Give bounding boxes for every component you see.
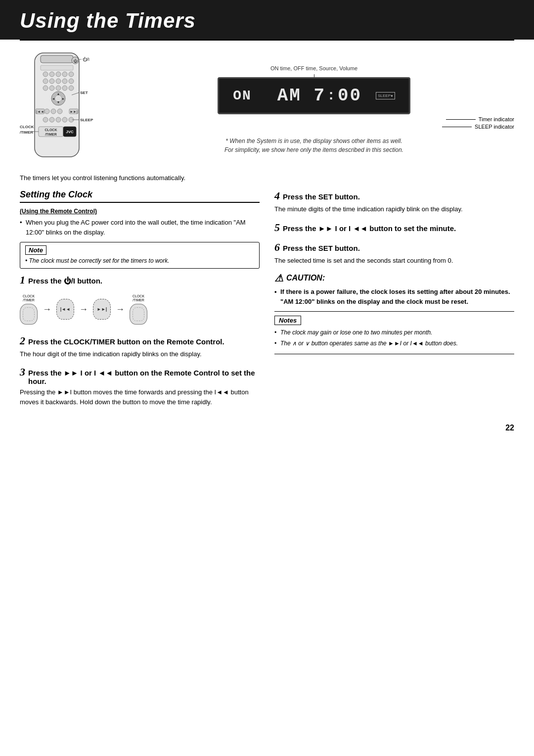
main-content: ⏻ [0,41,534,414]
step-5-heading: 5 Press the ►► I or I ◄◄ button to set t… [274,221,514,234]
intro-text: The timers let you control listening fun… [20,174,514,182]
step-4-text: Press the SET button. [283,192,360,201]
svg-text:⏻/I: ⏻/I [83,57,89,62]
step-6-body: The selected time is set and the seconds… [274,256,514,266]
step-4: 4 Press the SET button. The minute digit… [274,189,514,214]
svg-text:SLEEP: SLEEP [80,118,93,122]
svg-point-16 [49,86,54,91]
svg-text:/TIMER: /TIMER [45,133,57,136]
step-3: 3 Press the ►► I or I ◄◄ button on the R… [20,366,260,407]
svg-point-17 [56,86,61,91]
step-3-text: Press the ►► I or I ◄◄ button on the Rem… [28,369,260,385]
svg-point-12 [56,79,61,84]
svg-text:CLOCK: CLOCK [20,125,34,129]
svg-point-15 [43,86,48,91]
notes-bullet-1: The clock may gain or lose one to two mi… [280,328,514,337]
svg-point-14 [69,79,74,84]
step-6-num: 6 [274,241,280,254]
arrow-right-3: → [116,304,125,315]
display-diagram: ON time, OFF time, Source, Volume ON AM … [114,50,514,154]
svg-point-38 [62,117,67,122]
svg-text:▲: ▲ [57,92,60,95]
prev-btn: |◄◄ [56,299,74,320]
step-2-text: Press the CLOCK/TIMER button on the Remo… [28,337,224,346]
step-2-heading: 2 Press the CLOCK/TIMER button on the Re… [20,334,260,347]
step-5-text: Press the ►► I or I ◄◄ button to set the… [283,224,456,233]
step-6-text: Press the SET button. [283,244,360,252]
svg-text:⏻: ⏻ [73,59,78,63]
page-header: Using the Timers [0,0,534,40]
svg-point-9 [69,72,74,77]
step-1-num: 1 [20,274,25,286]
svg-point-6 [49,72,54,77]
step-5: 5 Press the ►► I or I ◄◄ button to set t… [274,221,514,234]
svg-point-19 [69,86,74,91]
step-3-heading: 3 Press the ►► I or I ◄◄ button on the R… [20,366,260,385]
diagram-section: ⏻ [20,41,514,169]
notes-label: Notes [274,316,301,325]
notes-bullet-2: The ∧ or ∨ button operates same as the ►… [280,339,514,348]
caution-box: ⚠ CAUTION: If there is a power failure, … [274,272,514,306]
caution-bullet: If there is a power failure, the clock l… [280,287,514,306]
remote-diagram: ⏻ [20,50,99,164]
svg-text:▼: ▼ [57,100,60,104]
svg-text:◄: ◄ [52,97,55,100]
svg-text:JVC: JVC [66,130,74,134]
svg-point-11 [49,79,54,84]
note-box: Note • The clock must be correctly set f… [20,242,260,269]
step-1-text: Press the ⏻/I button. [28,277,102,285]
page-number: 22 [0,414,534,442]
step-2: 2 Press the CLOCK/TIMER button on the Re… [20,334,260,359]
svg-point-8 [62,72,67,77]
caution-label: CAUTION: [286,274,325,283]
note-label: Note [25,245,46,255]
section-heading: Setting the Clock [20,189,260,203]
arrow-right-2: → [79,304,88,315]
svg-text:►►|: ►►| [70,110,78,114]
svg-point-31 [51,109,56,114]
svg-point-36 [49,117,54,122]
remote-svg: ⏻ [20,50,99,164]
step-4-heading: 4 Press the SET button. [274,189,514,202]
svg-point-10 [43,79,48,84]
next-btn: ►►| [93,299,111,320]
display-am-text: AM 7:00 [277,86,362,106]
display-labels-top: ON time, OFF time, Source, Volume [270,65,357,71]
step-6-heading: 6 Press the SET button. [274,241,514,254]
diagram-note: * When the System is in use, the display… [224,137,403,154]
step-3-body: Pressing the ►►I button moves the time f… [20,387,260,407]
svg-text:/TIMER: /TIMER [20,130,33,135]
display-screen: ON AM 7:00 SLEEP● [218,77,410,114]
step-1-heading: 1 Press the ⏻/I button. [20,274,260,286]
timer-indicator-annotation: Timer indicator [446,116,514,122]
display-on-text: ON [233,88,252,103]
step-5-num: 5 [274,221,280,234]
svg-rect-4 [41,65,73,70]
svg-point-35 [43,117,48,122]
step-2-body: The hour digit of the time indication ra… [20,349,260,359]
clock-timer-btn-right: CLOCK/TIMER [130,294,147,325]
note-text: • The clock must be correctly set for th… [25,257,254,265]
left-column: Setting the Clock (Using the Remote Cont… [20,189,260,414]
svg-point-5 [43,72,48,77]
svg-point-30 [44,109,49,114]
step-1-button-diagram: CLOCK/TIMER → |◄◄ → ►►| → [20,291,260,328]
bullet-item-1: When you plug the AC power cord into the… [26,218,260,237]
clock-timer-btn-left: CLOCK/TIMER [20,294,38,325]
arrow-right-1: → [43,304,51,315]
step-2-num: 2 [20,334,25,347]
step-3-num: 3 [20,366,25,378]
svg-rect-1 [41,55,73,63]
step-6: 6 Press the SET button. The selected tim… [274,241,514,266]
right-column: 4 Press the SET button. The minute digit… [274,189,514,414]
svg-text:|◄◄: |◄◄ [36,110,44,114]
svg-text:►: ► [62,97,65,100]
caution-icon: ⚠ [274,272,283,284]
svg-point-32 [57,109,62,114]
svg-point-7 [56,72,61,77]
step-4-num: 4 [274,189,280,202]
step-1: 1 Press the ⏻/I button. CLOCK/TIMER → [20,274,260,328]
svg-text:SET: SET [80,91,88,95]
svg-text:CLOCK: CLOCK [45,128,57,132]
svg-point-13 [62,79,67,84]
